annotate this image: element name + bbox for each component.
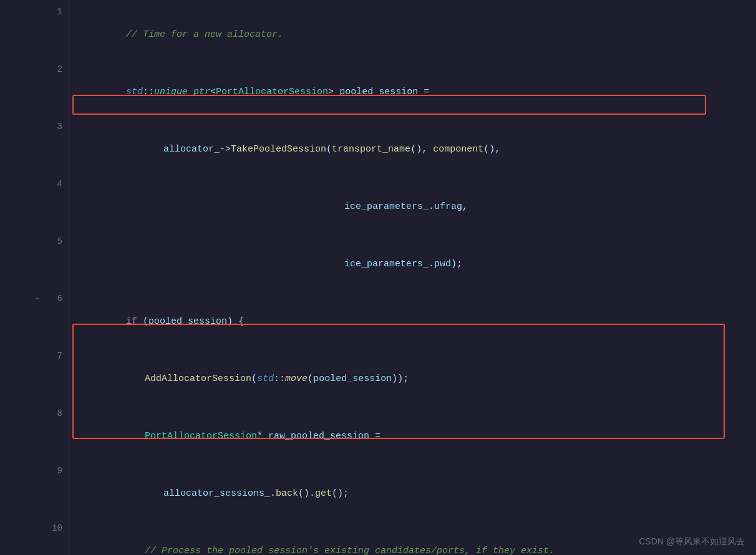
line-content-6: if (pooled_session) { [69,294,756,350]
code-line-7: 7 AddAllocatorSession(std::move(pooled_s… [0,350,756,408]
csdn-watermark: CSDN @等风来不如迎风去 [639,536,745,548]
code-line-4: 4 ice_parameters_.ufrag, [0,178,756,236]
line-content-2: std::unique_ptr<PortAllocatorSession> po… [69,64,756,120]
ln-3: 3 [45,122,62,132]
code-line-6: − 6 if (pooled_session) { [0,293,756,350]
code-line-3: 3 allocator_->TakePooledSession(transpor… [0,121,756,178]
fold-6[interactable]: − [32,294,42,303]
code-line-9: 9 allocator_sessions_.back().get(); [0,465,756,523]
line-content-3: allocator_->TakePooledSession(transport_… [69,122,756,178]
line-content-1: // Time for a new allocator. [69,7,756,63]
ln-8: 8 [45,408,62,418]
code-container: 1 // Time for a new allocator. 2 std::un… [0,0,756,555]
line-content-8: PortAllocatorSession* raw_pooled_session… [69,408,756,465]
ln-4: 4 [45,179,62,189]
ln-2: 2 [45,64,62,74]
code-line-1: 1 // Time for a new allocator. [0,6,756,64]
line-content-5: ice_parameters_.pwd); [69,236,756,292]
ln-5: 5 [45,236,62,246]
ln-9: 9 [45,466,62,476]
code-line-2: 2 std::unique_ptr<PortAllocatorSession> … [0,64,756,121]
line-content-7: AddAllocatorSession(std::move(pooled_ses… [69,351,756,407]
ln-6: 6 [45,294,62,304]
ln-1: 1 [45,7,62,17]
line-content-4: ice_parameters_.ufrag, [69,179,756,235]
code-line-8: 8 PortAllocatorSession* raw_pooled_sessi… [0,408,756,465]
ln-7: 7 [45,351,62,361]
code-line-5: 5 ice_parameters_.pwd); [0,236,756,293]
line-content-9: allocator_sessions_.back().get(); [69,466,756,522]
ln-10: 10 [45,523,62,533]
